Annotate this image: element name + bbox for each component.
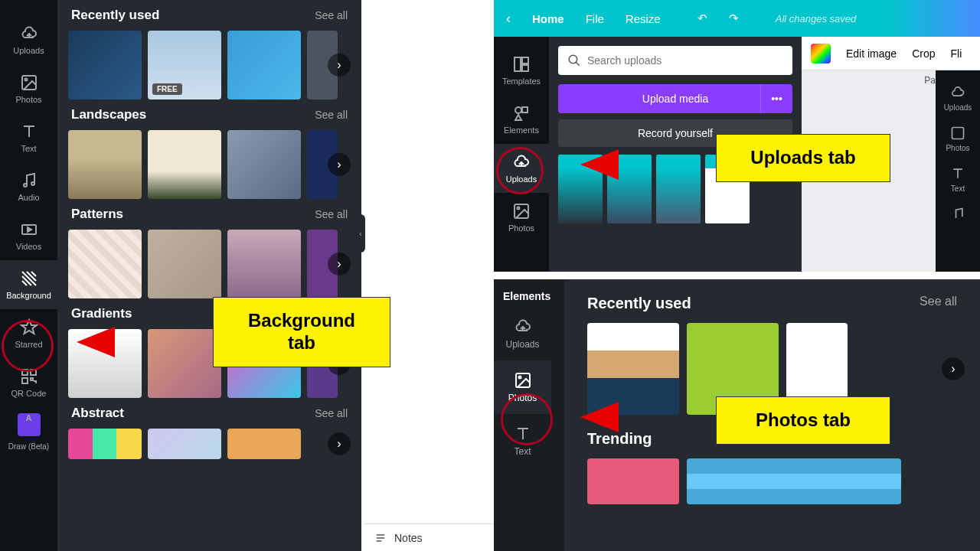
callout-photos: Photos tab [716, 396, 890, 445]
sidebar-item-uploads[interactable]: Uploads [0, 15, 57, 64]
star-icon [20, 318, 38, 337]
upload-thumb[interactable] [607, 155, 652, 223]
callout-background: Background tab [213, 297, 390, 367]
video-icon [20, 220, 38, 239]
svg-rect-9 [522, 57, 528, 64]
thumb[interactable] [227, 429, 301, 459]
svg-point-2 [24, 184, 27, 187]
svg-point-1 [24, 79, 27, 81]
sidebar-item-photos[interactable]: Photos [0, 64, 57, 113]
sidebar-item-text[interactable]: Text [494, 414, 551, 468]
text-icon [20, 122, 38, 141]
back-icon[interactable]: ‹ [506, 11, 511, 27]
thumb[interactable] [148, 429, 221, 459]
elements-icon [512, 104, 531, 122]
see-all-link[interactable]: See all [315, 109, 348, 121]
cloud-upload-icon [950, 85, 965, 100]
thumb[interactable] [148, 230, 221, 298]
image-icon [20, 73, 38, 92]
thumb[interactable] [227, 31, 301, 99]
text-icon [514, 425, 532, 443]
sidebar-item-audio[interactable] [929, 200, 981, 232]
sidebar-item-uploads[interactable]: Uploads [494, 307, 551, 360]
sidebar-item-text[interactable]: Text [929, 159, 981, 200]
chevron-right-icon[interactable]: › [942, 357, 965, 380]
see-all-link[interactable]: See all [920, 295, 957, 312]
sidebar-item-starred[interactable]: Starred [0, 309, 57, 358]
svg-rect-5 [22, 370, 28, 375]
sidebar-item-draw[interactable]: A [18, 413, 41, 436]
color-picker[interactable] [811, 44, 831, 64]
edit-image-button[interactable]: Edit image [846, 47, 897, 60]
sidebar-right-mini: Uploads Photos Text [936, 70, 980, 272]
sidebar-item-templates[interactable]: Templates [494, 46, 550, 95]
qr-icon [20, 367, 38, 386]
background-icon [20, 269, 38, 288]
sidebar-item-photos[interactable]: Photos [494, 193, 550, 242]
see-all-link[interactable]: See all [315, 208, 348, 220]
see-all-link[interactable]: See all [315, 407, 348, 419]
sidebar-item-uploads[interactable]: Uploads [494, 144, 550, 193]
thumb[interactable] [68, 429, 142, 459]
sidebar-item-background[interactable]: Background [0, 260, 57, 309]
sidebar-photos-view: Elements Uploads Photos Text [494, 279, 564, 551]
more-icon[interactable]: ••• [760, 84, 792, 113]
sidebar-item-photos[interactable]: Photos [929, 119, 981, 159]
flip-button[interactable]: Fli [951, 47, 962, 60]
sidebar-uploads-view: Templates Elements Uploads Photos [494, 37, 549, 272]
thumb[interactable]: FREE [148, 31, 221, 99]
search-input[interactable] [558, 46, 792, 75]
sidebar-item-qrcode[interactable]: QR Code [0, 358, 57, 407]
thumb[interactable] [148, 130, 221, 199]
sidebar-item-elements[interactable]: Elements [494, 95, 550, 144]
section-title: Recently used [71, 8, 159, 23]
thumb[interactable] [148, 329, 221, 398]
file-menu[interactable]: File [586, 12, 604, 25]
chevron-right-icon[interactable]: › [328, 153, 351, 176]
thumb[interactable] [68, 31, 142, 99]
photo-thumb[interactable] [587, 323, 679, 415]
svg-point-18 [518, 377, 521, 379]
thumb[interactable] [68, 230, 142, 298]
thumb[interactable] [68, 329, 142, 398]
svg-rect-10 [522, 65, 528, 71]
sidebar-item-uploads[interactable]: Uploads [929, 78, 981, 119]
music-icon [950, 207, 965, 222]
search-icon [567, 54, 581, 67]
chevron-right-icon[interactable]: › [328, 54, 351, 77]
sidebar-left: Uploads Photos Text Audio Videos Backgro… [0, 0, 57, 551]
home-link[interactable]: Home [532, 12, 564, 25]
undo-icon[interactable]: ↶ [697, 11, 707, 25]
photo-thumb[interactable] [687, 458, 901, 504]
chevron-right-icon[interactable]: › [328, 253, 351, 276]
notes-bar[interactable]: Notes [364, 523, 494, 551]
sidebar-item-text[interactable]: Text [0, 113, 57, 162]
photo-thumb[interactable] [587, 458, 679, 504]
callout-uploads: Uploads tab [716, 134, 890, 182]
sidebar-item-audio[interactable]: Audio [0, 162, 57, 211]
image-icon [512, 202, 531, 220]
crop-button[interactable]: Crop [912, 47, 935, 60]
thumb[interactable] [227, 130, 301, 199]
chevron-right-icon[interactable]: › [328, 432, 351, 455]
redo-icon[interactable]: ↷ [729, 11, 739, 25]
svg-point-11 [515, 107, 521, 113]
see-all-link[interactable]: See all [315, 9, 348, 21]
sidebar-item-photos[interactable]: Photos [494, 360, 551, 414]
upload-thumb[interactable] [656, 155, 701, 223]
collapse-panel-button[interactable]: ‹ [356, 214, 365, 253]
svg-point-14 [518, 207, 520, 210]
svg-point-3 [31, 182, 34, 185]
upload-media-button[interactable]: Upload media••• [558, 84, 792, 113]
text-icon [950, 166, 965, 181]
svg-rect-16 [952, 128, 964, 139]
music-icon [20, 171, 38, 190]
thumb[interactable] [227, 230, 301, 298]
cloud-upload-icon [512, 153, 531, 171]
cloud-upload-icon [514, 318, 532, 336]
upload-thumb[interactable] [558, 155, 603, 223]
resize-menu[interactable]: Resize [626, 12, 661, 25]
svg-rect-12 [522, 107, 528, 112]
sidebar-item-videos[interactable]: Videos [0, 211, 57, 260]
thumb[interactable] [68, 130, 142, 199]
